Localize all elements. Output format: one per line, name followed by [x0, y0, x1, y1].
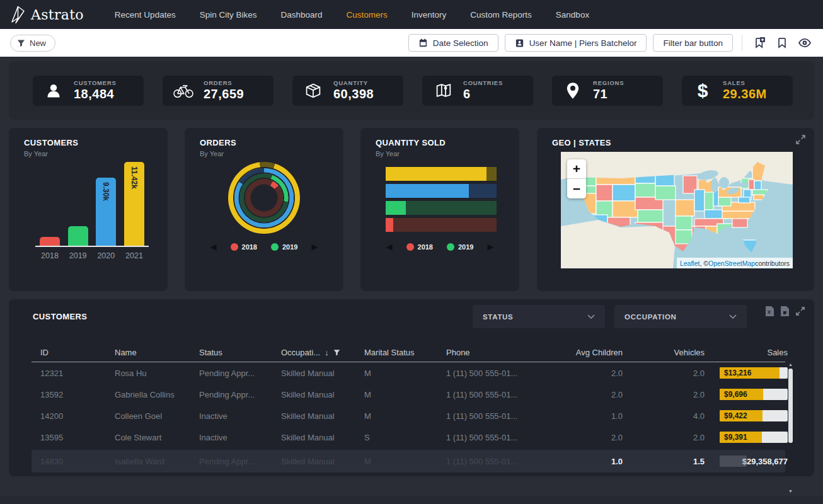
quantity-bar-2020[interactable]: [386, 184, 497, 198]
scroll-up-arrow[interactable]: ▲: [788, 362, 793, 367]
nav-item-customers[interactable]: Customers: [335, 10, 400, 20]
kpi-text: REGIONS71: [593, 79, 624, 101]
cell-avg_children: 2.0: [553, 390, 623, 399]
table-row[interactable]: 13595Cole StewartInactiveSkilled ManualS…: [32, 427, 785, 448]
cell-name: Gabriella Collins: [115, 390, 199, 399]
nav-item-spin-city-bikes[interactable]: Spin City Bikes: [188, 10, 269, 20]
bar-2019[interactable]: [68, 226, 88, 246]
new-filter-button[interactable]: New: [10, 35, 55, 52]
kpi-band: CUSTOMERS18,484ORDERS27,659QUANTITY60,39…: [9, 61, 814, 120]
column-header-sales[interactable]: Sales: [705, 348, 788, 357]
column-header-occupati-[interactable]: Occupati...↓: [281, 348, 364, 357]
column-header-label: Vehicles: [674, 348, 705, 357]
chart-legend: ◀20182019▶: [185, 243, 343, 251]
map-zoom-out-button[interactable]: −: [567, 179, 586, 198]
nav-item-inventory[interactable]: Inventory: [400, 10, 459, 20]
cell-id: 14200: [40, 411, 115, 421]
customers-bar-chart[interactable]: 9.30k11.42k: [35, 162, 149, 247]
column-header-avg-children[interactable]: Avg Children: [553, 348, 623, 357]
bar-2018[interactable]: [40, 237, 60, 246]
filter-bar-button[interactable]: Filter bar button: [653, 34, 733, 52]
bookmark-add-icon[interactable]: [751, 35, 768, 51]
bar-2020[interactable]: 9.30k: [96, 178, 116, 246]
legend-dot: [447, 243, 454, 251]
bookmark-icon[interactable]: [774, 35, 790, 51]
x-axis-label: 2018: [40, 251, 60, 260]
map-zoom-controls: + −: [567, 159, 586, 198]
scrollbar-thumb[interactable]: [788, 369, 793, 443]
date-selection-button[interactable]: Date Selection: [408, 34, 498, 52]
column-header-vehicles[interactable]: Vehicles: [623, 348, 705, 357]
column-header-id[interactable]: ID: [40, 348, 115, 357]
scroll-down-arrow[interactable]: ▼: [788, 489, 793, 493]
app-logo[interactable]: Astrato: [10, 6, 84, 24]
nav-item-sandbox[interactable]: Sandbox: [544, 10, 601, 20]
legend-item-2019[interactable]: 2019: [271, 243, 297, 251]
table-header-row: IDNameStatusOccupati...↓Marital StatusPh…: [32, 343, 785, 362]
status-filter-dropdown[interactable]: STATUS: [473, 305, 605, 328]
table-row[interactable]: 14200Colleen GoelInactiveSkilled ManualM…: [32, 405, 785, 427]
x-axis-label: 2021: [124, 251, 144, 260]
cell-occupation: Skilled Manual: [281, 411, 364, 421]
table-title: CUSTOMERS: [33, 312, 87, 321]
us-states-map[interactable]: + − Leaflet, © OpenStreetMap contributor…: [561, 152, 793, 268]
orders-chart-panel: ORDERS By Year ◀20182019▶: [185, 128, 343, 291]
eye-icon[interactable]: [797, 35, 813, 51]
export-excel-icon[interactable]: x: [765, 306, 774, 317]
legend-next-arrow[interactable]: ▶: [311, 243, 318, 251]
legend-item-2019[interactable]: 2019: [447, 243, 473, 251]
table-row[interactable]: 13592Gabriella CollinsPending Appr...Ski…: [32, 384, 785, 405]
ghost-cell-name: Isabella Ward: [115, 457, 199, 466]
logo-text: Astrato: [31, 7, 84, 23]
map-attribution: Leaflet, © OpenStreetMap contributors: [677, 258, 793, 268]
legend-label: 2019: [458, 243, 473, 251]
legend-next-arrow[interactable]: ▶: [487, 243, 493, 251]
expand-icon[interactable]: [795, 306, 805, 316]
nav-item-dashboard[interactable]: Dashboard: [268, 10, 334, 20]
legend-item-2018[interactable]: 2018: [406, 243, 433, 251]
bar-value-label: 9.30k: [101, 182, 110, 201]
user-name-button[interactable]: User Name | Piers Batchelor: [505, 34, 647, 52]
ghost-cell-id: 14830: [40, 457, 115, 466]
table-scrollbar[interactable]: ▲ ▼: [788, 362, 793, 493]
quantity-bar-2019[interactable]: [386, 201, 497, 215]
sales-value: $9,422: [724, 410, 747, 421]
leaflet-link[interactable]: Leaflet: [680, 260, 700, 267]
quantity-bar-fill: [386, 218, 393, 232]
occupation-filter-dropdown[interactable]: OCCUPATION: [614, 305, 747, 328]
kpi-label: ORDERS: [204, 79, 244, 86]
expand-icon[interactable]: [795, 134, 806, 147]
column-filter-icon[interactable]: [333, 349, 340, 356]
sales-value: $9,391: [724, 432, 747, 443]
quantity-hbar-chart[interactable]: [386, 167, 497, 235]
sort-descending-icon[interactable]: ↓: [325, 348, 329, 357]
bar-2021[interactable]: 11.42k: [124, 162, 144, 246]
column-header-marital-status[interactable]: Marital Status: [364, 348, 446, 357]
totals-avg-children: 1.0: [553, 457, 623, 466]
column-header-name[interactable]: Name: [115, 348, 199, 357]
kpi-label: REGIONS: [593, 79, 624, 86]
openstreetmap-link[interactable]: OpenStreetMap: [708, 260, 755, 267]
kpi-card-orders: ORDERS27,659: [163, 76, 273, 106]
quantity-bar-2021[interactable]: [386, 167, 497, 181]
cell-status: Inactive: [199, 411, 281, 421]
orders-donut-chart[interactable]: [228, 162, 300, 234]
legend-prev-arrow[interactable]: ◀: [386, 243, 393, 251]
nav-item-custom-reports[interactable]: Custom Reports: [458, 10, 544, 20]
chevron-down-icon: [587, 314, 595, 319]
legend-label: 2019: [282, 243, 297, 251]
table-row[interactable]: 12321Rosa HuPending Appr...Skilled Manua…: [32, 362, 785, 384]
legend-item-2018[interactable]: 2018: [231, 243, 257, 251]
map-zoom-in-button[interactable]: +: [567, 159, 586, 179]
toolbar-divider: [742, 35, 742, 51]
table-actions: x: [765, 306, 805, 317]
column-header-phone[interactable]: Phone: [446, 348, 553, 357]
geo-states-panel: GEO | STATES: [537, 128, 814, 291]
column-header-label: ID: [40, 348, 49, 357]
column-header-status[interactable]: Status: [199, 348, 281, 357]
quantity-bar-2018[interactable]: [386, 218, 497, 232]
legend-prev-arrow[interactable]: ◀: [210, 243, 217, 251]
nav-item-recent-updates[interactable]: Recent Updates: [103, 10, 188, 20]
export-doc-icon[interactable]: [780, 306, 790, 317]
cell-phone: 1 (11) 500 555-01...: [446, 369, 553, 378]
